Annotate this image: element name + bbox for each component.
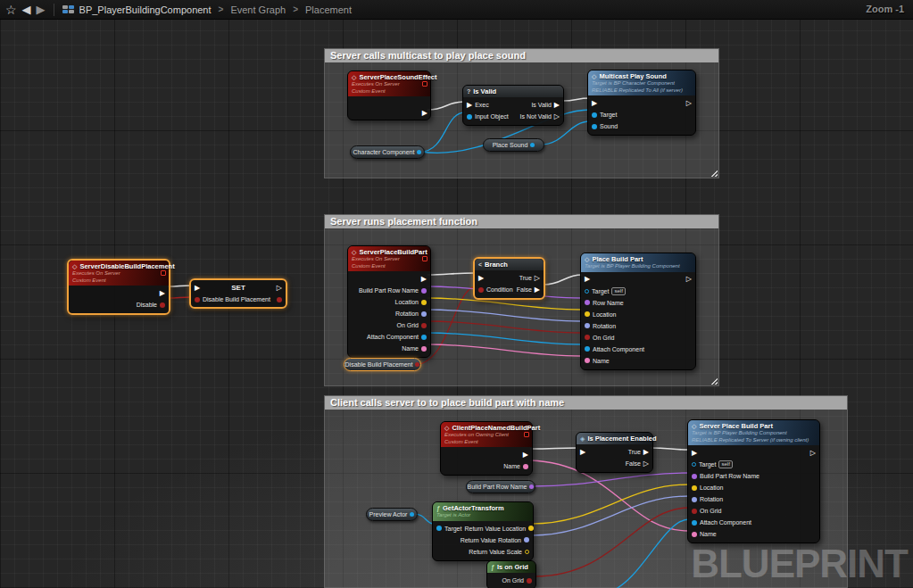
node-title: ClientPlaceNamedBuildPart (452, 424, 540, 432)
target-pin[interactable] (692, 462, 696, 467)
exec-out-pin[interactable] (554, 102, 560, 109)
breadcrumb-placement[interactable]: Placement (305, 4, 352, 15)
object-pin[interactable] (592, 112, 597, 118)
back-button[interactable]: ◀ (22, 0, 31, 20)
node-is-valid[interactable]: ? Is Valid Exec Is Valid Input Object Is… (462, 85, 564, 126)
exec-out-pin[interactable] (686, 100, 692, 107)
object-pin[interactable] (467, 114, 472, 120)
bool-out-pin[interactable] (415, 362, 419, 367)
target-pin[interactable] (585, 289, 589, 294)
vector-out-pin[interactable] (525, 550, 529, 554)
rotator-pin[interactable] (421, 311, 427, 317)
exec-out-pin[interactable] (421, 276, 427, 283)
exec-false-pin[interactable] (535, 286, 540, 294)
node-subtitle: Executes On Server (352, 81, 427, 88)
node-is-placement-enabled[interactable]: ◈ Is Placement Enabled True False (576, 432, 653, 473)
forward-button[interactable]: ▶ (37, 0, 46, 20)
name-pin[interactable] (692, 532, 697, 537)
pin-label: On Grid (502, 577, 524, 584)
node-is-on-grid[interactable]: ƒ Is on Grid On Grid (486, 560, 536, 588)
breadcrumb-event-graph[interactable]: Event Graph (230, 4, 286, 15)
replication-indicator (524, 432, 529, 437)
exec-in-pin[interactable] (467, 102, 472, 109)
node-multicast-play-sound[interactable]: ◇ Multicast Play Sound Target is BP Char… (587, 70, 696, 136)
node-server-place-build-part[interactable]: ◇ ServerPlaceBuildPart Executes On Serve… (347, 245, 431, 358)
exec-true-pin[interactable] (643, 449, 649, 456)
rowname-pin[interactable] (585, 300, 590, 305)
favorite-star-icon[interactable]: ☆ (5, 0, 17, 20)
comment-title[interactable]: Server calls multicast to play place sou… (325, 49, 718, 62)
exec-out-pin[interactable] (422, 110, 427, 117)
node-subtitle: Target is BP Player Building Component (692, 430, 816, 437)
comment-resize-handle[interactable] (709, 168, 718, 177)
comment-title[interactable]: Client calls server to to place build pa… (325, 396, 847, 410)
node-server-disable-build-placement[interactable]: ◇ ServerDisableBuildPlacement Executes O… (67, 259, 170, 315)
vector-out-pin[interactable] (528, 526, 534, 531)
object-out-pin[interactable] (417, 150, 421, 154)
comment-title[interactable]: Server runs placement function (325, 215, 718, 228)
exec-in-pin[interactable] (580, 449, 585, 456)
bool-pin[interactable] (478, 287, 484, 293)
bool-pin[interactable] (421, 323, 427, 328)
var-preview-actor[interactable]: Preview Actor (366, 508, 418, 521)
bool-pin[interactable] (692, 509, 697, 514)
node-set-disable-build-placement[interactable]: SET Disable Build Placement (189, 278, 287, 309)
rotator-pin[interactable] (585, 323, 590, 328)
comment-resize-handle[interactable] (709, 376, 718, 385)
node-client-place-named-build-part[interactable]: ◇ ClientPlaceNamedBuildPart Executes on … (440, 421, 533, 476)
node-get-actor-transform[interactable]: ƒ GetActorTransform Target is Actor Targ… (432, 501, 534, 561)
object-out-pin[interactable] (530, 143, 535, 147)
bool-pin[interactable] (195, 297, 200, 302)
exec-out-pin[interactable] (554, 113, 560, 120)
bool-pin[interactable] (585, 335, 590, 340)
target-pin[interactable] (436, 526, 442, 531)
object-out-pin[interactable] (410, 512, 414, 517)
bool-out-pin[interactable] (527, 578, 532, 584)
exec-out-pin[interactable] (810, 450, 816, 457)
rowname-pin[interactable] (692, 474, 697, 479)
breadcrumb-blueprint[interactable]: BP_PlayerBuildingComponent (79, 4, 212, 15)
vector-pin[interactable] (692, 485, 697, 491)
node-place-build-part[interactable]: ◇ Place Build Part Target is BP Player B… (580, 253, 696, 370)
exec-out-pin[interactable] (277, 285, 282, 292)
node-title: Place Build Part (592, 255, 643, 263)
toolbar: ☆ ◀ ▶ BP_PlayerBuildingComponent > Event… (0, 0, 913, 20)
rotator-pin[interactable] (692, 497, 697, 502)
exec-in-pin[interactable] (478, 275, 484, 282)
node-server-place-build-part-rpc[interactable]: ◇ Server Place Build Part Target is BP P… (687, 419, 820, 543)
object-pin[interactable] (585, 346, 590, 352)
vector-pin[interactable] (421, 300, 427, 305)
exec-false-pin[interactable] (643, 460, 649, 468)
bool-pin[interactable] (160, 302, 165, 308)
vector-pin[interactable] (585, 311, 590, 317)
exec-in-pin[interactable] (585, 276, 590, 283)
rowname-out-pin[interactable] (529, 484, 534, 489)
pin-label: Is Not Valid (520, 113, 552, 120)
var-disable-build-placement[interactable]: Disable Build Placement (344, 358, 421, 371)
rotator-out-pin[interactable] (524, 537, 529, 542)
rowname-pin[interactable] (421, 288, 427, 294)
node-subtitle: Executes on Owning Client (444, 432, 528, 439)
object-pin[interactable] (692, 520, 697, 526)
var-place-sound[interactable]: Place Sound (483, 138, 544, 152)
node-server-place-sound-effect[interactable]: ◇ ServerPlaceSoundEffect Executes On Ser… (347, 70, 431, 120)
pin-label: Rotation (593, 323, 616, 329)
name-pin[interactable] (421, 346, 427, 352)
var-character-component[interactable]: Character Component (350, 145, 425, 159)
exec-in-pin[interactable] (692, 450, 697, 457)
object-pin[interactable] (421, 335, 427, 340)
node-branch[interactable]: < Branch True Condition False (473, 257, 545, 300)
exec-true-pin[interactable] (535, 275, 540, 282)
node-title: Branch (485, 261, 508, 269)
exec-out-pin[interactable] (686, 276, 692, 283)
exec-out-pin[interactable] (523, 451, 528, 459)
var-build-part-row-name[interactable]: Build Part Row Name (466, 480, 535, 493)
exec-out-pin[interactable] (160, 290, 165, 297)
object-pin[interactable] (592, 124, 597, 129)
exec-in-pin[interactable] (195, 285, 200, 292)
bool-out-pin[interactable] (277, 297, 282, 302)
name-pin[interactable] (523, 464, 528, 469)
name-pin[interactable] (585, 358, 590, 363)
breadcrumb-sep-icon: > (291, 4, 300, 14)
exec-in-pin[interactable] (592, 100, 597, 107)
